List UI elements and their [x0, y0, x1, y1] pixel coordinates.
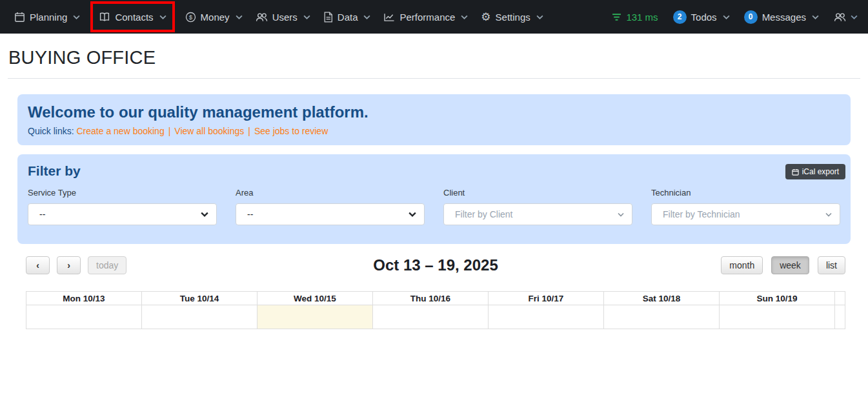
field-label: Technician: [651, 188, 840, 198]
nav-item-settings[interactable]: ⚙ Settings: [474, 0, 549, 34]
nav-menu: Planning Contacts $ Money: [8, 0, 550, 34]
day-header-row: Mon 10/13 Tue 10/14 Wed 10/15 Thu 10/16 …: [26, 292, 845, 305]
field-label: Service Type: [28, 188, 217, 198]
chevron-down-icon: [73, 15, 80, 19]
day-cell-thu[interactable]: [373, 305, 489, 329]
quick-links: Quick links: Create a new booking|View a…: [28, 126, 840, 136]
view-list-button[interactable]: list: [818, 256, 845, 274]
nav-item-data[interactable]: Data: [317, 0, 378, 34]
calendar-next-button[interactable]: ›: [57, 256, 81, 274]
users-icon: [834, 12, 846, 22]
day-cell-sun[interactable]: [720, 305, 835, 329]
calendar-prev-button[interactable]: ‹: [26, 256, 50, 274]
week-calendar-grid: Mon 10/13 Tue 10/14 Wed 10/15 Thu 10/16 …: [26, 291, 845, 329]
nav-item-contacts[interactable]: Contacts: [93, 4, 172, 30]
contacts-book-icon: [99, 12, 110, 22]
nav-item-users[interactable]: Users: [249, 0, 317, 34]
field-area: Area --: [236, 188, 425, 225]
nav-item-planning[interactable]: Planning: [8, 0, 86, 34]
chevron-down-icon: [618, 212, 624, 217]
nav-status-area: 131 ms 2 Todos 0 Messages: [604, 0, 859, 34]
messages-label: Messages: [762, 12, 806, 23]
day-cell-fri[interactable]: [489, 305, 604, 329]
selected-value: --: [247, 209, 253, 219]
day-header-wed: Wed 10/15: [257, 292, 373, 305]
client-filter-combobox[interactable]: Filter by Client: [443, 203, 632, 225]
chevron-down-icon: [825, 212, 832, 217]
chevron-down-icon: [159, 15, 167, 19]
todos-menu[interactable]: 2 Todos: [666, 0, 737, 34]
todos-count-badge: 2: [673, 10, 687, 24]
annotation-highlight: Contacts: [90, 1, 174, 32]
nav-item-label: Settings: [496, 12, 530, 23]
calendar-icon: [14, 12, 25, 23]
selected-value: --: [39, 209, 45, 219]
calendar-view-switcher: month week list: [721, 256, 845, 274]
day-header-sun: Sun 10/19: [720, 292, 835, 305]
chevron-down-icon: [363, 15, 370, 19]
nav-item-label: Contacts: [115, 12, 153, 23]
day-header-tue: Tue 10/14: [142, 292, 257, 305]
settings-gear-icon: ⚙: [481, 12, 490, 23]
welcome-banner: Welcome to our quality management platfo…: [17, 94, 851, 145]
todos-label: Todos: [691, 12, 717, 23]
nav-item-performance[interactable]: Performance: [377, 0, 474, 34]
day-cell-mon[interactable]: [26, 305, 142, 329]
day-header-fri: Fri 10/17: [489, 292, 604, 305]
link-separator: |: [248, 126, 250, 136]
chevron-down-icon: [851, 15, 858, 19]
day-header-sat: Sat 10/18: [604, 292, 720, 305]
placeholder-text: Filter by Technician: [663, 209, 740, 219]
calendar-icon: [792, 168, 799, 176]
nav-item-label: Planning: [30, 12, 67, 23]
view-week-button[interactable]: week: [771, 256, 809, 274]
latency-value: 131 ms: [626, 12, 658, 23]
chevron-down-icon: [461, 15, 468, 19]
filter-heading: Filter by: [28, 163, 840, 179]
nav-item-label: Users: [272, 12, 298, 23]
scroll-gutter: [835, 292, 845, 305]
account-menu[interactable]: [826, 0, 859, 34]
service-type-select[interactable]: --: [28, 203, 217, 225]
link-separator: |: [168, 126, 171, 136]
chevron-down-icon: [409, 212, 416, 217]
area-select[interactable]: --: [236, 203, 425, 225]
view-month-button[interactable]: month: [721, 256, 763, 274]
chevron-down-icon: [812, 15, 819, 19]
top-navbar: Planning Contacts $ Money: [0, 0, 868, 34]
day-body-row: [26, 305, 845, 329]
calendar-toolbar: ‹ › today Oct 13 – 19, 2025 month week l…: [26, 256, 845, 275]
calendar-today-button[interactable]: today: [88, 256, 126, 274]
chevron-down-icon: [236, 15, 243, 19]
nav-item-label: Money: [201, 12, 230, 23]
ical-export-button[interactable]: iCal export: [785, 164, 845, 179]
data-file-icon: [323, 12, 333, 23]
messages-menu[interactable]: 0 Messages: [737, 0, 826, 34]
day-cell-tue[interactable]: [142, 305, 257, 329]
nav-item-label: Data: [338, 12, 358, 23]
signal-bars-icon: [612, 13, 621, 21]
filter-fields: Service Type -- Area -- Client Filter by…: [28, 188, 840, 225]
ical-export-label: iCal export: [802, 167, 839, 176]
nav-item-money[interactable]: $ Money: [179, 0, 249, 34]
nav-item-label: Performance: [399, 12, 455, 23]
link-jobs-review[interactable]: See jobs to review: [254, 126, 328, 136]
welcome-heading: Welcome to our quality management platfo…: [28, 103, 840, 121]
link-view-bookings[interactable]: View all bookings: [174, 126, 244, 136]
technician-filter-combobox[interactable]: Filter by Technician: [651, 203, 840, 225]
field-label: Area: [236, 188, 425, 198]
chevron-down-icon: [201, 212, 208, 217]
day-cell-wed-today[interactable]: [257, 305, 373, 329]
money-icon: $: [185, 12, 196, 23]
scroll-gutter: [835, 305, 845, 329]
field-technician: Technician Filter by Technician: [651, 188, 840, 225]
day-header-mon: Mon 10/13: [26, 292, 142, 305]
link-create-booking[interactable]: Create a new booking: [76, 126, 164, 136]
users-icon: [256, 12, 268, 22]
svg-text:$: $: [188, 14, 192, 21]
field-label: Client: [443, 188, 632, 198]
chevron-down-icon: [536, 15, 543, 19]
filter-panel: Filter by iCal export Service Type -- Ar…: [17, 154, 851, 244]
day-cell-sat[interactable]: [604, 305, 720, 329]
chevron-down-icon: [303, 15, 310, 19]
